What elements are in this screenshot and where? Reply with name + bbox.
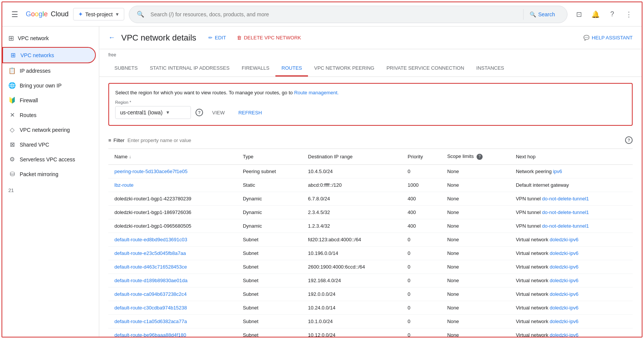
row-name-cell: lbz-route <box>108 178 237 192</box>
nexthop-link[interactable]: doledzki-ipv6 <box>550 305 578 311</box>
row-scope-cell: None <box>441 164 510 178</box>
row-destination-cell: 192.0.0.0/24 <box>302 287 402 301</box>
route-name-link[interactable]: default-route-c1a05d6382aca77a <box>114 319 187 324</box>
row-name-cell: default-route-ca094b637238c2c4 <box>108 287 237 301</box>
row-scope-cell: None <box>441 219 510 233</box>
col-type: Type <box>237 149 302 164</box>
row-scope-cell: None <box>441 314 510 328</box>
route-name-link[interactable]: default-route-d463c716528453ce <box>114 264 187 270</box>
nexthop-link[interactable]: do-not-delete-tunnel1 <box>542 196 589 202</box>
view-button[interactable]: VIEW <box>208 107 229 119</box>
row-destination-cell: fd20:123:abcd:4000::/64 <box>302 233 402 246</box>
page-title: VPC network details <box>121 33 196 43</box>
help-assistant-button[interactable]: 💬 HELP ASSISTANT <box>583 35 633 41</box>
table-row: default-route-d189b89830ae01daSubnet192.… <box>108 273 633 287</box>
help-icon[interactable]: ? <box>605 8 619 21</box>
col-scope: Scope limits ? <box>441 149 510 164</box>
nexthop-link[interactable]: doledzki-ipv6 <box>550 319 578 324</box>
tab-instances[interactable]: INSTANCES <box>470 61 510 77</box>
sidebar-item-bring-your-own-ip[interactable]: 🌐 Bring your own IP <box>2 78 96 93</box>
route-name-link[interactable]: default-route-c30cdba974b15238 <box>114 305 187 311</box>
delete-vpc-button[interactable]: 🗑 DELETE VPC NETWORK <box>234 33 304 43</box>
header-actions: ✏ EDIT 🗑 DELETE VPC NETWORK <box>205 33 304 43</box>
hamburger-menu-icon[interactable]: ☰ <box>8 7 21 22</box>
vpc-networks-icon: ⊞ <box>9 52 17 59</box>
filter-help-icon[interactable]: ? <box>625 136 633 144</box>
col-destination: Destination IP range <box>302 149 402 164</box>
sidebar-item-routes[interactable]: ✕ Routes <box>2 108 96 122</box>
back-button[interactable]: ← <box>108 34 115 42</box>
tab-subnets[interactable]: SUBNETS <box>108 61 144 77</box>
filter-bar: ≡ Filter ? <box>108 132 633 149</box>
nexthop-link[interactable]: doledzki-ipv6 <box>550 291 578 297</box>
row-nexthop-cell: Virtual network doledzki-ipv6 <box>510 287 633 301</box>
region-select[interactable]: us-central1 (Iowa) ▼ <box>115 106 191 119</box>
refresh-button[interactable]: REFRESH <box>234 107 266 119</box>
tab-vpc-peering[interactable]: VPC NETWORK PEERING <box>308 61 380 77</box>
row-type-cell: Subnet <box>237 273 302 287</box>
sidebar-item-packet-mirroring[interactable]: ⛁ Packet mirroring <box>2 167 96 181</box>
row-priority-cell: 400 <box>402 219 441 233</box>
row-priority-cell: 1000 <box>402 178 441 192</box>
nexthop-link[interactable]: doledzki-ipv6 <box>550 250 578 256</box>
col-name: Name ↓ <box>108 149 237 164</box>
project-name: Test-project <box>85 11 113 17</box>
tab-private-service[interactable]: PRIVATE SERVICE CONNECTION <box>380 61 470 77</box>
nexthop-link[interactable]: do-not-delete-tunnel1 <box>542 223 589 229</box>
more-options-icon[interactable]: ⋮ <box>622 8 636 21</box>
notifications-icon[interactable]: 🔔 <box>589 8 602 21</box>
row-nexthop-cell: Virtual network doledzki-ipv6 <box>510 314 633 328</box>
route-name-link[interactable]: default-route-d189b89830ae01da <box>114 278 188 283</box>
region-section: Region * us-central1 (Iowa) ▼ ? VIEW REF… <box>115 100 626 119</box>
col-priority: Priority <box>402 149 441 164</box>
filter-input[interactable] <box>127 137 622 143</box>
search-input[interactable] <box>147 10 520 19</box>
routes-section: Select the region for which you want to … <box>99 77 642 337</box>
row-destination-cell: 6.7.8.0/24 <box>302 192 402 205</box>
nexthop-link[interactable]: doledzki-ipv6 <box>550 332 578 338</box>
sidebar-item-vpc-peering[interactable]: ◇ VPC network peering <box>2 122 96 137</box>
nexthop-link[interactable]: doledzki-ipv6 <box>550 237 578 242</box>
route-name-link[interactable]: default-route-e23c5d045fb8a7aa <box>114 250 186 256</box>
sidebar-item-vpc-networks[interactable]: ⊞ VPC networks <box>2 47 96 63</box>
route-name-link[interactable]: default-route-ca094b637238c2c4 <box>114 291 187 297</box>
row-priority-cell: 0 <box>402 328 441 337</box>
row-name-cell: default-route-ed8bd9ed13691c03 <box>108 233 237 246</box>
nexthop-link[interactable]: do-not-delete-tunnel1 <box>542 209 589 215</box>
search-button[interactable]: 🔍 Search <box>523 9 561 20</box>
tab-static-ips[interactable]: STATIC INTERNAL IP ADDRESSES <box>144 61 235 77</box>
edit-button[interactable]: ✏ EDIT <box>205 33 229 43</box>
nexthop-link[interactable]: doledzki-ipv6 <box>550 278 578 283</box>
row-priority-cell: 0 <box>402 314 441 328</box>
scope-help-icon[interactable]: ? <box>477 154 483 160</box>
search-bar[interactable]: 🔍 🔍 Search <box>129 6 567 23</box>
row-name-cell: peering-route-5d130ace6e7f1e05 <box>108 164 237 178</box>
row-scope-cell: None <box>441 205 510 219</box>
filter-icon[interactable]: ≡ Filter <box>108 137 124 143</box>
tab-routes[interactable]: ROUTES <box>275 61 308 77</box>
sidebar-page-indicator: 21 <box>2 181 99 199</box>
route-name-link[interactable]: peering-route-5d130ace6e7f1e05 <box>114 169 188 174</box>
nexthop-link[interactable]: doledzki-ipv6 <box>550 264 578 270</box>
row-type-cell: Subnet <box>237 246 302 260</box>
route-name-link[interactable]: default-route-be96baaa88d4f180 <box>114 332 186 338</box>
project-selector[interactable]: ✦ Test-project ▼ <box>73 8 124 20</box>
sidebar-item-firewall[interactable]: 🔰 Firewall <box>2 93 96 108</box>
topbar-actions: ⊡ 🔔 ? ⋮ <box>572 8 636 21</box>
nexthop-link[interactable]: ipv6 <box>553 169 562 174</box>
routes-table: Name ↓ Type Destination IP range Priorit… <box>108 149 633 337</box>
route-name-link[interactable]: lbz-route <box>114 182 134 188</box>
row-scope-cell: None <box>441 246 510 260</box>
sidebar-item-ip-addresses[interactable]: 📋 IP addresses <box>2 63 96 78</box>
table-row: lbz-routeStaticabcd:0:ffff::/1201000None… <box>108 178 633 192</box>
sidebar-item-shared-vpc[interactable]: ⊠ Shared VPC <box>2 137 96 152</box>
terminal-icon[interactable]: ⊡ <box>572 8 586 21</box>
row-nexthop-cell: Virtual network doledzki-ipv6 <box>510 246 633 260</box>
tab-firewalls[interactable]: FIREWALLS <box>236 61 275 77</box>
region-value: us-central1 (Iowa) <box>120 109 163 116</box>
region-help-icon[interactable]: ? <box>195 109 203 116</box>
delete-icon: 🗑 <box>237 35 242 41</box>
route-name-link[interactable]: default-route-ed8bd9ed13691c03 <box>114 237 187 242</box>
sidebar-item-serverless-access[interactable]: ⚙ Serverless VPC access <box>2 152 96 167</box>
route-management-link[interactable]: Route management. <box>294 90 339 95</box>
